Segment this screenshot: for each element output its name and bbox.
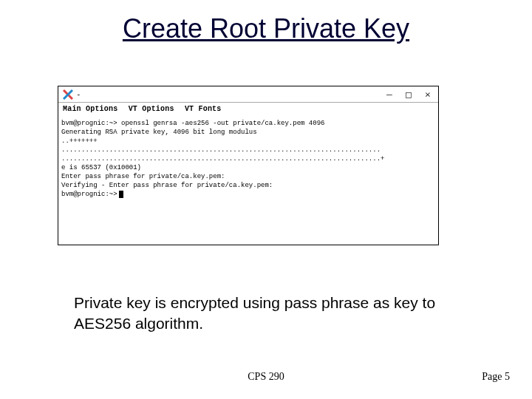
terminal-line: Enter pass phrase for private/ca.key.pem… (61, 173, 225, 180)
maximize-icon[interactable]: □ (403, 89, 415, 100)
terminal-line: bvm@prognic:~> openssl genrsa -aes256 -o… (61, 120, 324, 127)
slide: Create Root Private Key - — □ × Main Opt… (0, 0, 532, 399)
terminal-line: e is 65537 (0x10001) (61, 164, 141, 171)
terminal-body: bvm@prognic:~> openssl genrsa -aes256 -o… (58, 117, 438, 200)
minimize-icon[interactable]: — (383, 89, 395, 100)
terminal-window: - — □ × Main Options VT Options VT Fonts… (58, 86, 439, 245)
terminal-title-suffix: - (76, 89, 81, 99)
xterm-icon (63, 89, 73, 100)
menu-main-options[interactable]: Main Options (63, 105, 117, 113)
menu-vt-fonts[interactable]: VT Fonts (185, 105, 222, 113)
terminal-line: ........................................… (61, 155, 384, 163)
terminal-line: ........................................… (61, 146, 381, 154)
terminal-menubar: Main Options VT Options VT Fonts (58, 103, 438, 117)
menu-vt-options[interactable]: VT Options (129, 105, 174, 113)
footer-center: CPS 290 (0, 371, 532, 383)
page-title: Create Root Private Key (0, 13, 532, 44)
terminal-line: ..+++++++ (61, 137, 98, 145)
terminal-line: bvm@prognic:~> (61, 191, 117, 198)
terminal-line: Generating RSA private key, 4096 bit lon… (61, 129, 257, 136)
terminal-line: Verifying - Enter pass phrase for privat… (61, 182, 273, 189)
cursor-icon (119, 191, 123, 198)
slide-caption: Private key is encrypted using pass phra… (74, 293, 458, 334)
close-icon[interactable]: × (422, 89, 434, 100)
terminal-titlebar: - — □ × (58, 86, 438, 103)
footer-page: Page 5 (482, 371, 510, 383)
